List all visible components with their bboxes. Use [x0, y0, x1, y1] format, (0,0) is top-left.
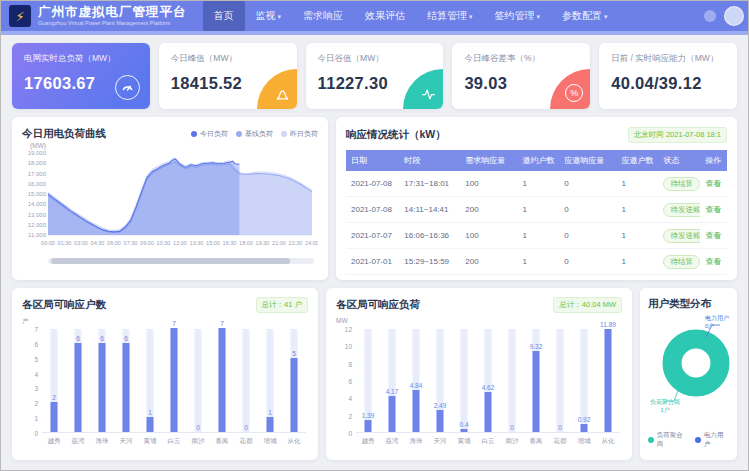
bar-value-label: 4.62	[482, 384, 495, 391]
y-axis-tick: 4	[348, 395, 352, 402]
status-badge: 待结算	[663, 177, 700, 191]
chevron-down-icon: ▾	[604, 13, 608, 20]
view-link[interactable]: 查看	[705, 231, 721, 240]
svg-text:03:00: 03:00	[74, 240, 88, 246]
bar-track	[243, 329, 250, 432]
view-link[interactable]: 查看	[705, 257, 721, 266]
category-label: 从化	[288, 437, 301, 446]
bar-column-越秀: 1.39越秀	[356, 329, 380, 432]
category-label: 花都	[240, 437, 253, 446]
bar-value-label: 11.89	[600, 321, 616, 328]
donut-legend-item-电力用户[interactable]: 电力用户	[695, 431, 729, 449]
nav-item-签约管理[interactable]: 签约管理▾	[484, 1, 552, 31]
notification-icon[interactable]	[704, 10, 716, 22]
chevron-down-icon: ▾	[537, 13, 541, 20]
table-cell: 2021-07-01	[346, 249, 399, 275]
chevron-down-icon: ▾	[469, 13, 473, 20]
app-logo-icon: ⚡	[9, 5, 31, 27]
kpi-card-3: 今日峰谷差率（%）39.03%	[452, 43, 590, 109]
table-cell: 2021-07-08	[346, 197, 399, 223]
legend-item-基线负荷[interactable]: 基线负荷	[236, 129, 273, 139]
legend-item-今日负荷[interactable]: 今日负荷	[191, 129, 228, 139]
nav-item-参数配置[interactable]: 参数配置▾	[551, 1, 619, 31]
nav-item-首页[interactable]: 首页	[203, 1, 245, 31]
kpi-card-1: 今日峰值（MW）18415.52	[159, 43, 297, 109]
table-cell-action: 查看	[700, 197, 727, 223]
chevron-down-icon: ▾	[278, 13, 282, 20]
table-row: 2021-07-0716:06~16:36100101待发送账单查看	[346, 223, 727, 249]
category-label: 黄埔	[144, 437, 157, 446]
bar-column-南沙: 0南沙	[186, 329, 210, 432]
svg-text:(MW): (MW)	[30, 142, 46, 150]
table-cell: 100	[460, 171, 517, 197]
table-column-header: 时段	[399, 150, 460, 171]
user-avatar[interactable]	[724, 6, 744, 26]
legend-item-昨日负荷[interactable]: 昨日负荷	[281, 129, 318, 139]
bar-column-黄埔: 0.4黄埔	[452, 329, 476, 432]
category-label: 白云	[168, 437, 181, 446]
y-axis-tick: 12	[345, 326, 352, 333]
y-axis-tick: 0	[348, 430, 352, 437]
table-cell: 17:31~18:01	[399, 171, 460, 197]
chart-zoom-scrollbar[interactable]	[48, 258, 314, 264]
bar-column-荔湾: 6荔湾	[66, 329, 90, 432]
status-badge: 待发送账单	[663, 229, 700, 243]
table-cell-status: 待发送账单	[658, 223, 700, 249]
kpi-label: 电网实时总负荷（MW）	[24, 53, 138, 65]
chart-zoom-thumb[interactable]	[51, 258, 290, 264]
bar-value-label: 0.92	[578, 416, 591, 423]
user-type-card: 用户类型分布 电力用户 0户 负荷聚合商 1户 负荷聚合	[640, 288, 737, 460]
donut-legend-item-负荷聚合商[interactable]: 负荷聚合商	[648, 431, 688, 449]
svg-text:00:00: 00:00	[41, 240, 55, 246]
category-label: 增城	[264, 437, 277, 446]
bar-column-番禺: 7番禺	[210, 329, 234, 432]
bar-plot-area: 1.39越秀4.17荔湾4.84海珠2.49天河0.4黄埔4.62白云0南沙9.…	[356, 329, 620, 433]
bar	[533, 351, 540, 432]
category-label: 南沙	[506, 437, 519, 446]
y-axis-tick: 3	[34, 385, 38, 392]
nav-item-结算管理[interactable]: 结算管理▾	[416, 1, 484, 31]
table-cell: 16:06~16:36	[399, 223, 460, 249]
nav-item-需求响应[interactable]: 需求响应	[292, 1, 354, 31]
top-navbar: ⚡ 广州市虚拟电厂管理平台 Guangzhou Virtual Power Pl…	[1, 1, 748, 31]
view-link[interactable]: 查看	[705, 205, 721, 214]
response-stats-card: 响应情况统计（kW） 北京时间 2021-07-08 18:1 日期时段需求响应…	[336, 117, 737, 280]
svg-text:15:00: 15:00	[206, 240, 220, 246]
table-cell-status: 待结算	[658, 171, 700, 197]
bar-value-label: 5	[292, 350, 296, 357]
load-chart-legend: 今日负荷基线负荷昨日负荷	[191, 129, 318, 139]
table-cell: 0	[559, 223, 616, 249]
bar-value-label: 9.32	[530, 343, 543, 350]
category-label: 越秀	[48, 437, 61, 446]
nav-item-监视[interactable]: 监视▾	[245, 1, 293, 31]
bar-value-label: 2.49	[434, 402, 447, 409]
svg-text:11,000: 11,000	[28, 232, 47, 238]
view-link[interactable]: 查看	[705, 179, 721, 188]
table-cell: 1	[616, 223, 658, 249]
load-total-badge: 总计：40.04 MW	[553, 297, 622, 313]
table-column-header: 日期	[346, 150, 399, 171]
category-label: 天河	[434, 437, 447, 446]
table-cell: 0	[559, 197, 616, 223]
bar	[365, 420, 372, 432]
load-curve-chart: (MW)19,00018,00017,00016,00015,00014,000…	[22, 141, 318, 251]
donut-label-power-user: 电力用户 0户	[705, 315, 729, 330]
y-axis-tick: 2	[348, 412, 352, 419]
response-table: 日期时段需求响应量邀约户数应邀响应量应邀户数状态操作 2021-07-0817:…	[346, 150, 727, 275]
y-axis-tick: 7	[34, 326, 38, 333]
table-column-header: 需求响应量	[460, 150, 517, 171]
district-households-chart: 户012345672越秀6荔湾6海珠6天河1黄埔7白云0南沙7番禺0花都1增城5…	[22, 317, 308, 455]
table-cell: 1	[616, 249, 658, 275]
bar-column-天河: 6天河	[114, 329, 138, 432]
category-label: 白云	[482, 437, 495, 446]
category-label: 增城	[578, 437, 591, 446]
y-axis-tick: 4	[34, 370, 38, 377]
district-load-chart: MW0246810121.39越秀4.17荔湾4.84海珠2.49天河0.4黄埔…	[336, 317, 622, 455]
bar-column-海珠: 4.84海珠	[404, 329, 428, 432]
svg-text:04:30: 04:30	[91, 240, 105, 246]
svg-text:13,000: 13,000	[28, 212, 47, 218]
kpi-card-2: 今日谷值（MW）11227.30	[306, 43, 444, 109]
nav-item-效果评估[interactable]: 效果评估	[354, 1, 416, 31]
kpi-label: 今日峰谷差率（%）	[464, 53, 578, 65]
percent-glyph: %	[565, 84, 583, 102]
